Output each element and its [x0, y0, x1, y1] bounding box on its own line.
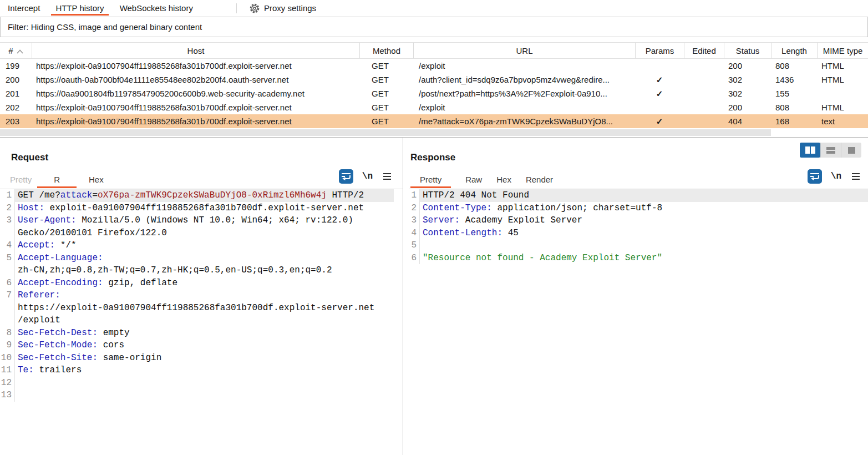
editor-line: 5Accept-Language:	[0, 252, 394, 265]
line-number: 1	[0, 189, 15, 202]
column-header-mime-type[interactable]: MIME type	[817, 43, 868, 58]
cell-mime: HTML	[817, 73, 868, 87]
cell-host: https://exploit-0a91007904ff119885268fa3…	[32, 100, 359, 114]
line-number	[0, 314, 15, 327]
response-tab-pretty[interactable]: Pretty	[410, 171, 451, 188]
request-tab-r[interactable]: R	[37, 171, 77, 188]
table-row[interactable]: 201https://0aa9001804fb11978547905200c60…	[0, 87, 868, 100]
editor-line: 4Accept: */*	[0, 239, 394, 252]
column-header-status[interactable]: Status	[724, 43, 771, 58]
column-header-params[interactable]: Params	[635, 43, 684, 58]
response-tab-hex[interactable]: Hex	[496, 171, 511, 188]
line-number: 4	[0, 239, 15, 252]
table-body: 199https://exploit-0a91007904ff119885268…	[0, 59, 868, 128]
column-label: Edited	[692, 46, 716, 55]
request-editor[interactable]: 1GET /me?attack=oX76pa-zmTWK9CpzekSWaBuD…	[0, 189, 394, 455]
cell-num: 199	[0, 59, 32, 73]
layout-rows-icon[interactable]	[820, 143, 841, 158]
response-editor-toolbar: \n	[808, 169, 861, 184]
cell-edited	[684, 73, 724, 87]
layout-columns-icon[interactable]	[800, 143, 820, 158]
table-row[interactable]: 203https://exploit-0a91007904ff119885268…	[0, 114, 868, 128]
editor-line: Gecko/20100101 Firefox/122.0	[0, 227, 394, 240]
newline-marker-toggle-button[interactable]: \n	[831, 171, 841, 181]
line-number: 11	[0, 364, 15, 377]
editor-line: 9Sec-Fetch-Mode: cors	[0, 339, 394, 352]
proxy-settings-label: Proxy settings	[264, 3, 316, 13]
response-panel: Response PrettyRawHexRender \n 1HTTP/2 4…	[409, 138, 868, 455]
hamburger-menu-icon[interactable]	[382, 171, 393, 182]
cell-mime: HTML	[817, 100, 868, 114]
line-content: Gecko/20100101 Firefox/122.0	[15, 227, 394, 240]
response-tab-raw[interactable]: Raw	[465, 171, 482, 188]
line-number: 4	[409, 227, 420, 240]
column-label: Params	[646, 46, 674, 55]
editor-line: 3User-Agent: Mozilla/5.0 (Windows NT 10.…	[0, 214, 394, 227]
cell-edited	[684, 100, 724, 114]
tab-websockets-history[interactable]: WebSockets history	[112, 0, 201, 16]
hamburger-menu-icon[interactable]	[850, 171, 861, 182]
cell-host: https://exploit-0a91007904ff119885268fa3…	[32, 59, 359, 73]
layout-single-icon[interactable]	[841, 143, 861, 158]
cell-host: https://0aa9001804fb11978547905200c600b9…	[32, 87, 359, 100]
response-editor[interactable]: 1HTTP/2 404 Not Found2Content-Type: appl…	[409, 189, 868, 455]
scrollbar-thumb[interactable]	[0, 129, 771, 136]
column-header-edited[interactable]: Edited	[684, 43, 724, 58]
editor-line: https://exploit-0a91007904ff119885268fa3…	[0, 302, 394, 315]
line-number: 3	[409, 214, 420, 227]
line-content: Sec-Fetch-Site: same-origin	[15, 352, 394, 365]
column-label: Host	[187, 46, 205, 55]
cell-status: 200	[724, 59, 771, 73]
response-panel-title: Response	[410, 152, 455, 163]
column-header-url[interactable]: URL	[413, 43, 635, 58]
editor-line: 5	[409, 239, 868, 252]
request-tab-pretty[interactable]: Pretty	[10, 171, 32, 188]
table-row[interactable]: 199https://exploit-0a91007904ff119885268…	[0, 59, 868, 73]
table-row[interactable]: 200https://oauth-0ab700bf04e1111e85548ee…	[0, 73, 868, 87]
editor-line: 2Content-Type: application/json; charset…	[409, 202, 868, 215]
proxy-tab-bar: Intercept HTTP history WebSockets histor…	[0, 0, 868, 16]
editor-line: 2Host: exploit-0a91007904ff119885268fa30…	[0, 202, 394, 215]
line-number: 9	[0, 339, 15, 352]
column-header-host[interactable]: Host	[32, 43, 359, 58]
table-row[interactable]: 202https://exploit-0a91007904ff119885268…	[0, 100, 868, 114]
line-number	[0, 227, 15, 240]
cell-status: 404	[724, 114, 771, 128]
cell-url: /exploit	[413, 59, 635, 73]
line-content: /exploit	[15, 314, 394, 327]
word-wrap-toggle-button[interactable]	[808, 169, 822, 184]
line-content: Sec-Fetch-Dest: empty	[15, 327, 394, 340]
line-number: 6	[409, 252, 420, 265]
line-number: 12	[0, 377, 15, 390]
filter-text: Filter: Hiding CSS, image and general bi…	[8, 22, 202, 32]
column-header--[interactable]: #	[0, 43, 32, 58]
line-content: GET /me?attack=oX76pa-zmTWK9CpzekSWaBuDY…	[15, 189, 394, 202]
tab-intercept[interactable]: Intercept	[0, 0, 48, 16]
cell-method: GET	[359, 100, 413, 114]
cell-edited	[684, 114, 724, 128]
response-tab-render[interactable]: Render	[526, 171, 553, 188]
filter-bar[interactable]: Filter: Hiding CSS, image and general bi…	[0, 17, 868, 37]
column-label: Length	[781, 46, 807, 55]
line-content: Accept-Encoding: gzip, deflate	[15, 277, 394, 290]
column-label: MIME type	[823, 46, 863, 55]
request-tab-hex[interactable]: Hex	[89, 171, 104, 188]
line-content: Content-Type: application/json; charset=…	[420, 202, 868, 215]
column-label: Status	[736, 46, 760, 55]
editor-line: 10Sec-Fetch-Site: same-origin	[0, 352, 394, 365]
proxy-settings-button[interactable]: Proxy settings	[243, 0, 322, 16]
cell-url: /me?attack=oX76pa-zmTWK9CpzekSWaBuDYjO8.…	[413, 114, 635, 128]
tab-http-history[interactable]: HTTP history	[48, 0, 111, 16]
line-number	[0, 302, 15, 315]
panel-layout-toggle-group	[800, 143, 861, 158]
column-header-length[interactable]: Length	[771, 43, 817, 58]
cell-host: https://exploit-0a91007904ff119885268fa3…	[32, 114, 359, 128]
word-wrap-toggle-button[interactable]	[339, 169, 353, 184]
cell-length: 1436	[771, 73, 817, 87]
cell-num: 201	[0, 87, 32, 100]
line-content: HTTP/2 404 Not Found	[420, 189, 868, 202]
cell-params	[635, 59, 684, 73]
cell-status: 200	[724, 100, 771, 114]
column-header-method[interactable]: Method	[359, 43, 413, 58]
newline-marker-toggle-button[interactable]: \n	[362, 171, 373, 181]
